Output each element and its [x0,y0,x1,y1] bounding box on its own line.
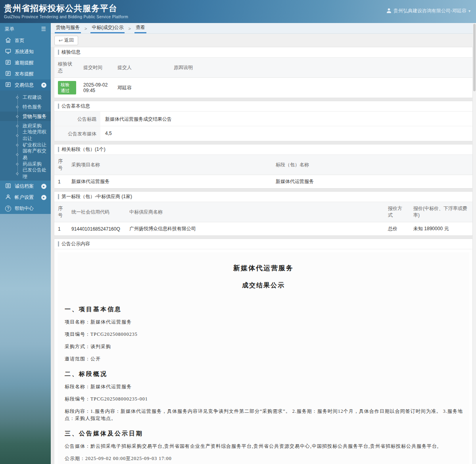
sidebar-subitem-published-announcements[interactable]: 已发公告处理 [0,169,51,178]
column-header: 报价方式 [384,202,410,222]
sidebar: 菜单 ☰ 首页 系统通知 逾期提醒 发布提醒 [0,23,51,464]
sidebar-subitem-land-use[interactable]: 土地使用权出让 [0,131,51,140]
sidebar-subitem-state-property[interactable]: 国有产权交易 [0,150,51,159]
credit-code: 91440101685247160Q [68,222,126,236]
verify-table: 核验状态 提交时间 提交人 原因说明 核验通过 2025-09-02 09:45… [54,58,472,98]
field-label: 公告标题 [54,112,100,126]
app-subtitle: GuiZhou Province Tendering and Bidding P… [4,15,128,19]
sidebar-item-label: 诚信档案 [15,183,34,190]
section-name: 新媒体代运营服务 [272,175,472,189]
doc-title: 新媒体代运营服务 [62,264,464,273]
question-circle-icon: ? [5,206,11,212]
diamond-bullet-icon [16,143,19,146]
chevron-right-circle-icon: ▸ [41,195,46,200]
title-bar-icon [58,50,59,55]
column-header: 原因说明 [170,58,472,78]
sidebar-item-overdue-reminder[interactable]: 逾期提醒 [0,57,51,68]
column-header: 提交时间 [80,58,114,78]
verify-info-panel: 核验信息 核验状态 提交时间 提交人 原因说明 核验通过 2025-09-02 … [54,47,473,98]
column-header: 统一社会信用代码 [68,202,126,222]
sidebar-item-label: 系统通知 [15,48,34,55]
document-icon [5,71,11,77]
doc-heading-section-overview: 二、标段概况 [65,370,464,378]
hamburger-icon[interactable]: ☰ [41,26,46,32]
scrollbar[interactable] [473,23,476,464]
sidebar-item-notifications[interactable]: 系统通知 [0,46,51,57]
column-header: 序号 [54,155,68,175]
sidebar-item-trade-info[interactable]: 交易信息 ▾ [0,79,51,90]
related-sections-panel: 相关标段（包）(1个) 序号 采购项目名称 标段（包）名称 1 新媒体代运营服务… [54,144,473,189]
trade-info-submenu: 工程建设 特色服务 货物与服务 政府采购 土地使用权出让 矿业权出让 国有产权交… [0,90,51,181]
breadcrumb-award-announcement[interactable]: 中标(成交)公示 [90,23,125,33]
sidebar-item-home[interactable]: 首页 [0,35,51,46]
doc-subtitle: 成交结果公示 [62,281,464,290]
subitem-label: 已发公告处理 [23,167,51,180]
table-row: 1 新媒体代运营服务 新媒体代运营服务 [54,175,472,189]
breadcrumb-separator: > [128,26,131,33]
home-icon [5,37,11,44]
related-sections-table: 序号 采购项目名称 标段（包）名称 1 新媒体代运营服务 新媒体代运营服务 [54,155,472,188]
column-header: 采购项目名称 [68,155,272,175]
diamond-bullet-icon [16,162,19,165]
subitem-label: 药品采购 [23,161,42,168]
subitem-label: 矿业权出让 [23,142,46,148]
panel-title-text: 公告公示内容 [61,241,90,247]
table-header-row: 序号 采购项目名称 标段（包）名称 [54,155,472,175]
caret-down-icon: ▾ [468,9,470,13]
scrollbar-thumb[interactable] [473,24,476,91]
chevron-down-circle-icon: ▾ [41,83,46,88]
field-label: 公告发布媒体 [54,126,100,141]
table-header-row: 核验状态 提交时间 提交人 原因说明 [54,58,472,78]
sidebar-item-label: 发布提醒 [15,71,34,77]
sidebar-item-label: 帐户设置 [15,194,34,201]
back-button-label: 返回 [64,37,74,44]
publish-media-value: 4,5 [100,126,472,141]
quote-method: 总价 [384,222,410,236]
user-name: 贵州弘典建设咨询有限公司-邓廷容 [393,8,466,14]
panel-title: 公告公示内容 [54,239,472,249]
sidebar-item-publish-reminder[interactable]: 发布提醒 [0,68,51,79]
breadcrumb-goods-services[interactable]: 货物与服务 [55,23,81,33]
monitor-icon [5,48,11,55]
sidebar-subitem-engineering[interactable]: 工程建设 [0,92,51,102]
panel-title-text: 相关标段（包）(1个) [61,146,106,153]
column-header: 标段（包）名称 [272,155,472,175]
sidebar-scenic-background [0,214,51,464]
sidebar-item-label: 逾期提醒 [15,60,34,66]
announcement-document: 新媒体代运营服务 成交结果公示 一、项目基本信息 项目名称：新媒体代运营服务 项… [58,252,469,464]
diamond-bullet-icon [16,115,19,117]
winning-supplier-panel: 第一标段（包）-中标供应商 (1家) 序号 统一社会信用代码 中标供应商名称 报… [54,191,473,236]
sidebar-item-account-settings[interactable]: 帐户设置 ▸ [0,192,51,203]
subitem-label: 货物与服务 [23,113,46,120]
doc-paragraph: 标段编号：TPCG202508000235-001 [65,395,464,402]
back-icon: ↩ [59,38,63,43]
sidebar-item-help-center[interactable]: ? 帮助中心 [0,203,51,214]
breadcrumb-view[interactable]: 查看 [134,23,146,33]
user-icon [386,8,392,14]
announcement-basic-info-panel: 公告基本信息 公告标题 新媒体代运营服务成交结果公告 公告发布媒体 4,5 [54,101,473,141]
sidebar-subitem-goods-services[interactable]: 货物与服务 [0,112,51,121]
title-bar-icon [58,194,59,199]
sidebar-item-credit-archive[interactable]: 诚信档案 ▸ [0,181,51,192]
doc-paragraph: 项目名称：新媒体代运营服务 [65,318,464,325]
brand: 贵州省招标投标公共服务平台 GuiZhou Province Tendering… [4,3,128,19]
announcement-content-panel: 公告公示内容 新媒体代运营服务 成交结果公示 一、项目基本信息 项目名称：新媒体… [54,239,473,464]
diamond-bullet-icon [16,105,19,108]
table-header-row: 序号 统一社会信用代码 中标供应商名称 报价方式 报价(中标价、下浮率或费率) [54,202,472,222]
back-button[interactable]: ↩ 返回 [54,36,78,45]
doc-paragraph: 标段名称：新媒体代运营服务 [65,383,464,390]
doc-paragraph: 公告媒体：黔云招采电子招标采购交易平台,贵州省国有企业生产资料综合服务平台,贵州… [65,443,464,450]
person-icon [5,194,11,201]
panel-title: 第一标段（包）-中标供应商 (1家) [54,192,472,202]
diamond-bullet-icon [16,153,19,156]
announcement-title-value: 新媒体代运营服务成交结果公告 [100,112,472,126]
column-header: 报价(中标价、下浮率或费率) [410,202,472,222]
document-icon [5,60,11,66]
sidebar-item-label: 首页 [15,37,24,44]
submit-time: 2025-09-02 09:45 [80,78,114,98]
form-row: 公告发布媒体 4,5 [54,126,472,141]
user-menu[interactable]: 贵州弘典建设咨询有限公司-邓廷容 ▾ [386,8,470,14]
doc-paragraph: 公示期：2025-09-02 00:00至2025-09-03 17:00 [65,455,464,462]
diamond-bullet-icon [16,124,19,127]
sidebar-subitem-featured-services[interactable]: 特色服务 [0,102,51,112]
